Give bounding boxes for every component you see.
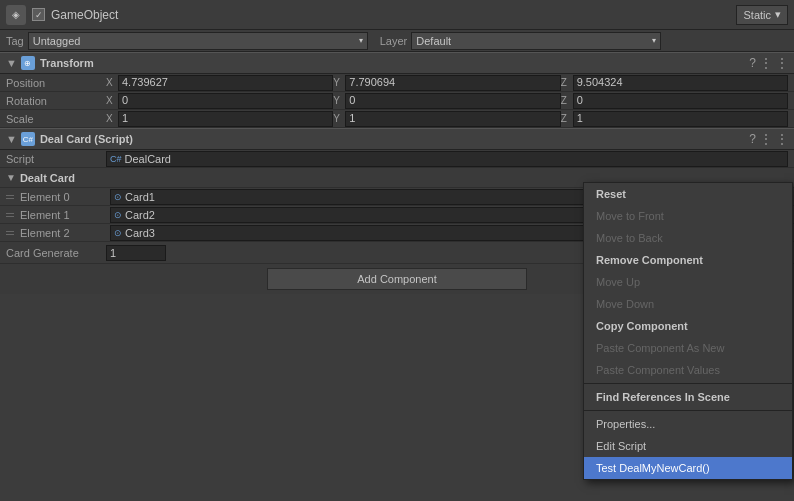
layer-label: Layer [380, 35, 408, 47]
card-generate-input[interactable]: 1 [106, 245, 166, 261]
deal-card-toggle[interactable]: ▼ [6, 133, 17, 145]
element-drag-handle-2[interactable] [6, 227, 14, 239]
tag-dropdown-arrow: ▾ [359, 36, 363, 45]
gameobject-active-checkbox[interactable]: ✓ [32, 8, 45, 21]
deal-card-title: Deal Card (Script) [40, 133, 749, 145]
context-menu-item-find-references[interactable]: Find References In Scene [584, 386, 792, 408]
deal-card-help-icon[interactable]: ? [749, 132, 756, 146]
transform-section-header: ▼ ⊕ Transform ? ⋮ ⋮ [0, 52, 794, 74]
rotation-x-field: X 0 [106, 93, 333, 109]
rotation-z-label: Z [561, 95, 571, 106]
rotation-xyz: X 0 Y 0 Z 0 [106, 93, 788, 109]
context-menu-item-copy-component[interactable]: Copy Component [584, 315, 792, 337]
element-value-text-0: Card1 [125, 191, 155, 203]
tag-label: Tag [6, 35, 24, 47]
element-icon-2: ⊙ [114, 228, 122, 238]
deal-card-more-icon[interactable]: ⋮ [776, 132, 788, 146]
script-cs-icon: C# [110, 154, 122, 164]
deal-card-settings-icon[interactable]: ⋮ [760, 132, 772, 146]
context-menu-separator-after-paste-component-values [584, 383, 792, 384]
context-menu-item-move-to-back: Move to Back [584, 227, 792, 249]
scale-x-field: X 1 [106, 111, 333, 127]
element-drag-handle-1[interactable] [6, 209, 14, 221]
scale-y-field: Y 1 [333, 111, 560, 127]
position-z-field: Z 9.504324 [561, 75, 788, 91]
layer-dropdown-arrow: ▾ [652, 36, 656, 45]
transform-more-icon[interactable]: ⋮ [776, 56, 788, 70]
context-menu-separator-after-find-references [584, 410, 792, 411]
context-menu-item-move-to-front: Move to Front [584, 205, 792, 227]
rotation-z-field: Z 0 [561, 93, 788, 109]
script-value-field[interactable]: C# DealCard [106, 151, 788, 167]
deal-card-actions: ? ⋮ ⋮ [749, 132, 788, 146]
element-icon-0: ⊙ [114, 192, 122, 202]
dealt-card-toggle[interactable]: ▼ [6, 172, 16, 183]
element-value-text-2: Card3 [125, 227, 155, 239]
element-drag-handle-0[interactable] [6, 191, 14, 203]
scale-x-label: X [106, 113, 116, 124]
context-menu-item-properties[interactable]: Properties... [584, 413, 792, 435]
transform-title: Transform [40, 57, 749, 69]
scale-label: Scale [6, 113, 106, 125]
script-row: Script C# DealCard [0, 150, 794, 168]
deal-card-section-header: ▼ C# Deal Card (Script) ? ⋮ ⋮ [0, 128, 794, 150]
element-label-1: Element 1 [20, 209, 110, 221]
position-y-field: Y 7.790694 [333, 75, 560, 91]
context-menu-item-reset[interactable]: Reset [584, 183, 792, 205]
scale-row: Scale X 1 Y 1 Z 1 [0, 110, 794, 128]
context-menu-item-move-down: Move Down [584, 293, 792, 315]
context-menu: ResetMove to FrontMove to BackRemove Com… [583, 182, 793, 480]
transform-help-icon[interactable]: ? [749, 56, 756, 70]
transform-toggle[interactable]: ▼ [6, 57, 17, 69]
transform-settings-icon[interactable]: ⋮ [760, 56, 772, 70]
context-menu-item-paste-component-values: Paste Component Values [584, 359, 792, 381]
element-value-text-1: Card2 [125, 209, 155, 221]
position-y-input[interactable]: 7.790694 [345, 75, 560, 91]
gameobject-icon: ◈ [6, 5, 26, 25]
tag-value: Untagged [33, 35, 81, 47]
tag-layer-row: Tag Untagged ▾ Layer Default ▾ [0, 30, 794, 52]
scale-xyz: X 1 Y 1 Z 1 [106, 111, 788, 127]
position-x-field: X 4.739627 [106, 75, 333, 91]
scale-z-label: Z [561, 113, 571, 124]
position-xyz: X 4.739627 Y 7.790694 Z 9.504324 [106, 75, 788, 91]
tag-dropdown[interactable]: Untagged ▾ [28, 32, 368, 50]
scale-y-label: Y [333, 113, 343, 124]
element-label-0: Element 0 [20, 191, 110, 203]
scale-z-input[interactable]: 1 [573, 111, 788, 127]
position-x-label: X [106, 77, 116, 88]
static-dropdown[interactable]: Static ▾ [736, 5, 788, 25]
transform-actions: ? ⋮ ⋮ [749, 56, 788, 70]
rotation-y-input[interactable]: 0 [345, 93, 560, 109]
script-value-text: DealCard [125, 153, 171, 165]
position-z-input[interactable]: 9.504324 [573, 75, 788, 91]
gameobject-name: GameObject [51, 8, 736, 22]
context-menu-item-paste-component-as-new: Paste Component As New [584, 337, 792, 359]
static-dropdown-arrow: ▾ [775, 8, 781, 21]
script-field-label: Script [6, 153, 106, 165]
rotation-row: Rotation X 0 Y 0 Z 0 [0, 92, 794, 110]
add-component-label: Add Component [357, 273, 437, 285]
rotation-x-label: X [106, 95, 116, 106]
context-menu-item-remove-component[interactable]: Remove Component [584, 249, 792, 271]
element-icon-1: ⊙ [114, 210, 122, 220]
scale-x-input[interactable]: 1 [118, 111, 333, 127]
script-section: Script C# DealCard [0, 150, 794, 168]
context-menu-item-edit-script[interactable]: Edit Script [584, 435, 792, 457]
add-component-button[interactable]: Add Component [267, 268, 527, 290]
position-x-input[interactable]: 4.739627 [118, 75, 333, 91]
rotation-z-input[interactable]: 0 [573, 93, 788, 109]
rotation-y-label: Y [333, 95, 343, 106]
context-menu-item-test-deal[interactable]: Test DealMyNewCard() [584, 457, 792, 479]
position-row: Position X 4.739627 Y 7.790694 Z 9.50432… [0, 74, 794, 92]
scale-y-input[interactable]: 1 [345, 111, 560, 127]
position-z-label: Z [561, 77, 571, 88]
rotation-x-input[interactable]: 0 [118, 93, 333, 109]
static-label: Static [743, 9, 771, 21]
transform-icon: ⊕ [21, 56, 35, 70]
rotation-label: Rotation [6, 95, 106, 107]
context-menu-item-move-up: Move Up [584, 271, 792, 293]
position-label: Position [6, 77, 106, 89]
layer-dropdown[interactable]: Default ▾ [411, 32, 661, 50]
scale-z-field: Z 1 [561, 111, 788, 127]
